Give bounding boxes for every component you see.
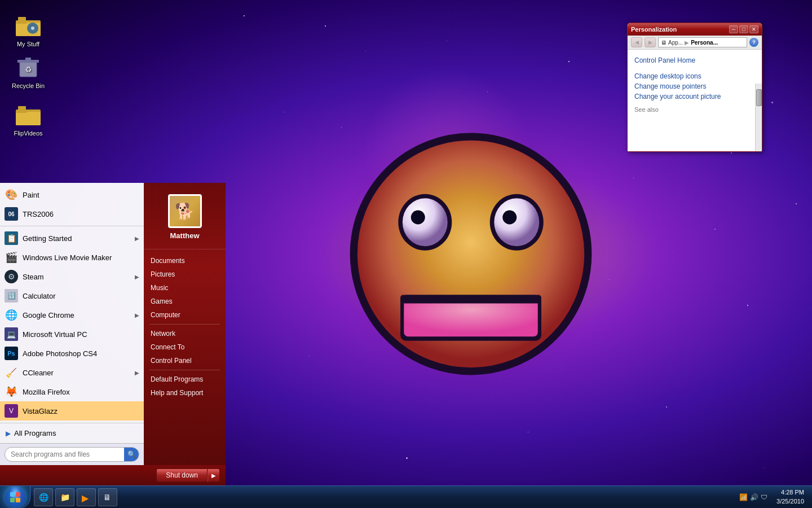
firefox-label: Mozilla Firefox: [23, 388, 139, 396]
taskbar-items: 🌐 📁 ▶ 🖥: [30, 488, 732, 506]
right-menu-default-programs[interactable]: Default Programs: [144, 373, 226, 386]
user-name: Matthew: [164, 228, 206, 243]
getting-started-label: Getting Started: [23, 234, 130, 243]
taskbar-app-media[interactable]: ▶: [77, 488, 96, 506]
user-avatar[interactable]: 🐕: [168, 194, 202, 228]
system-tray: 📶 🔊 🛡 4:28 PM 3/25/2010: [732, 488, 812, 506]
svg-point-8: [494, 198, 539, 246]
menu-item-vistaglazz[interactable]: V VistaGlazz: [0, 401, 144, 421]
address-separator: ▶: [685, 40, 689, 46]
menu-item-ms-vpc[interactable]: 💻 Microsoft Virtual PC: [0, 325, 144, 344]
menu-item-ccleaner[interactable]: 🧹 CCleaner ▶: [0, 363, 144, 382]
minimize-button[interactable]: ─: [729, 25, 738, 33]
change-desktop-icons-link[interactable]: Change desktop icons: [634, 72, 754, 80]
menu-item-paint[interactable]: 🎨 Paint: [0, 185, 144, 204]
menu-sep-1: [0, 226, 144, 226]
firefox-icon: 🦊: [5, 385, 18, 398]
window-content: Control Panel Home Change desktop icons …: [628, 50, 762, 151]
desktop-icons-area: My Stuff ♻ Recycle Bin FlipVideos: [0, 0, 56, 154]
desktop-icon-my-stuff[interactable]: My Stuff: [6, 11, 51, 47]
menu-item-windows-live[interactable]: 🎬 Windows Live Movie Maker: [0, 248, 144, 267]
shutdown-button[interactable]: Shut down: [156, 468, 208, 482]
menu-item-firefox[interactable]: 🦊 Mozilla Firefox: [0, 382, 144, 401]
right-menu-network[interactable]: Network: [144, 327, 226, 340]
menu-item-calculator[interactable]: 🔢 Calculator: [0, 286, 144, 305]
svg-text:♻: ♻: [25, 65, 32, 74]
svg-rect-29: [16, 492, 20, 497]
desktop-icon-flip-videos[interactable]: FlipVideos: [6, 100, 51, 137]
window-scrollbar[interactable]: [755, 84, 762, 151]
photoshop-label: Adobe Photoshop CS4: [23, 349, 139, 358]
forward-button[interactable]: ▶: [645, 37, 656, 47]
paint-label: Paint: [23, 191, 139, 199]
right-menu-control-panel[interactable]: Control Panel: [144, 354, 226, 367]
menu-item-steam[interactable]: ⚙ Steam ▶: [0, 267, 144, 286]
volume-tray-icon[interactable]: 🔊: [750, 493, 758, 501]
menu-item-trs2006[interactable]: 06 TRS2006: [0, 204, 144, 224]
window-nav-bar: ◀ ▶ 🖥 App... ▶ Persona... ?: [628, 36, 762, 50]
calculator-label: Calculator: [23, 292, 139, 300]
menu-item-photoshop[interactable]: Ps Adobe Photoshop CS4: [0, 344, 144, 363]
menu-item-getting-started[interactable]: 📋 Getting Started ▶: [0, 229, 144, 248]
svg-point-9: [502, 211, 517, 225]
maximize-button[interactable]: □: [739, 25, 748, 33]
explorer-icon: 📁: [60, 493, 69, 502]
right-menu-games[interactable]: Games: [144, 295, 226, 308]
right-menu-help-support[interactable]: Help and Support: [144, 386, 226, 400]
search-input[interactable]: [5, 450, 124, 458]
trs2006-icon: 06: [5, 207, 18, 221]
taskbar-app-explorer[interactable]: 📁: [55, 488, 74, 506]
all-programs-item[interactable]: ▶ All Programs: [5, 427, 139, 440]
windows-live-icon: 🎬: [5, 251, 18, 264]
taskbar-app-cp[interactable]: 🖥: [98, 488, 117, 506]
svg-rect-22: [25, 58, 31, 61]
right-menu-music[interactable]: Music: [144, 281, 226, 295]
network-tray-icon[interactable]: 📶: [739, 493, 748, 501]
control-panel-home-link[interactable]: Control Panel Home: [634, 56, 754, 64]
change-mouse-pointers-link[interactable]: Change mouse pointers: [634, 82, 754, 90]
start-menu-left-panel: 🎨 Paint 06 TRS2006 📋 Getting Started ▶ 🎬…: [0, 183, 144, 465]
svg-rect-27: [18, 106, 26, 112]
right-sep-1: [149, 324, 220, 325]
change-account-picture-link[interactable]: Change your account picture: [634, 93, 754, 100]
right-menu-items: Documents Pictures Music Games Computer …: [144, 249, 226, 404]
user-section: 🐕 Matthew: [144, 189, 226, 249]
svg-point-5: [403, 198, 448, 246]
windows-logo-icon: [10, 492, 21, 503]
scrollbar-thumb[interactable]: [756, 89, 762, 106]
svg-rect-28: [10, 492, 15, 497]
right-menu-connect-to[interactable]: Connect To: [144, 340, 226, 354]
right-menu-computer[interactable]: Computer: [144, 308, 226, 322]
back-button[interactable]: ◀: [631, 37, 642, 47]
start-orb: [5, 487, 25, 507]
start-button[interactable]: [0, 486, 30, 509]
all-programs-label: All Programs: [14, 429, 56, 437]
desktop-icon-recycle-bin[interactable]: ♻ Recycle Bin: [6, 53, 51, 89]
shutdown-arrow-button[interactable]: ▶: [208, 468, 220, 482]
search-button[interactable]: 🔍: [124, 447, 139, 462]
ms-vpc-icon: 💻: [5, 327, 18, 341]
svg-rect-25: [16, 112, 41, 125]
search-icon: 🔍: [127, 450, 136, 458]
security-tray-icon[interactable]: 🛡: [761, 493, 767, 501]
getting-started-icon: 📋: [5, 231, 18, 245]
address-persona-text: Persona...: [691, 40, 718, 46]
paint-icon: 🎨: [5, 188, 18, 202]
see-also-title: See also: [634, 106, 754, 113]
windows-live-label: Windows Live Movie Maker: [23, 253, 139, 262]
window-titlebar: Personalization ─ □ ✕: [628, 23, 762, 36]
chrome-icon: 🌐: [5, 308, 18, 322]
start-menu-right-panel: 🐕 Matthew Documents Pictures Music Games…: [144, 183, 226, 465]
search-box: 🔍: [5, 447, 139, 462]
menu-item-chrome[interactable]: 🌐 Google Chrome ▶: [0, 305, 144, 325]
taskbar-app-ie[interactable]: 🌐: [34, 488, 53, 506]
media-icon: ▶: [82, 493, 91, 502]
chrome-label: Google Chrome: [23, 311, 130, 319]
close-button[interactable]: ✕: [749, 25, 758, 33]
help-button[interactable]: ?: [749, 38, 758, 47]
chrome-arrow: ▶: [135, 312, 139, 318]
right-menu-documents[interactable]: Documents: [144, 254, 226, 268]
right-menu-pictures[interactable]: Pictures: [144, 268, 226, 281]
ccleaner-icon: 🧹: [5, 366, 18, 379]
clock-display[interactable]: 4:28 PM 3/25/2010: [773, 488, 807, 506]
